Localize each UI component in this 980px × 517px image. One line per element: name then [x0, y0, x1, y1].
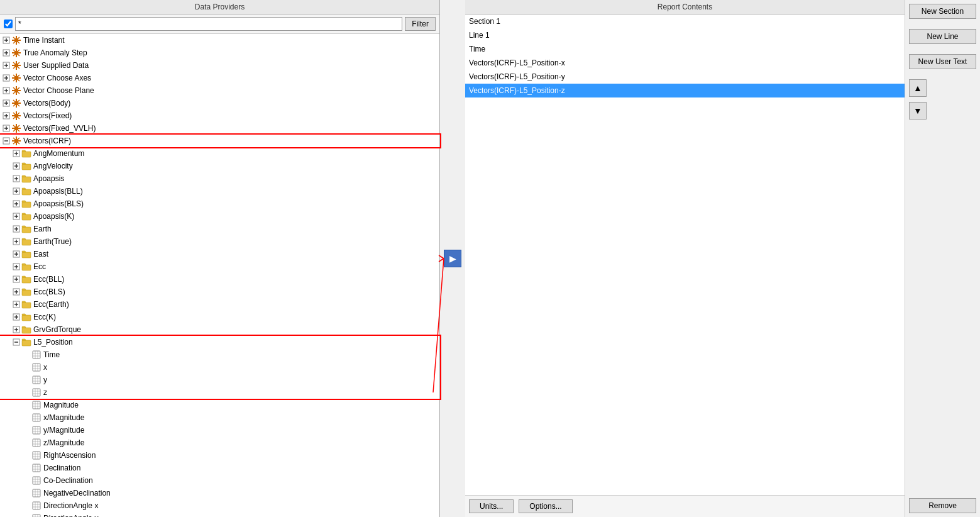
tree-item-co-declination[interactable]: Co-Declination [0, 474, 439, 487]
tree-label-vectors-body: Vectors(Body) [23, 97, 70, 109]
tree-item-east[interactable]: East [0, 248, 439, 260]
tree-item-time-instant[interactable]: Time Instant [0, 34, 439, 47]
expand-icon-vectors-icrf [3, 137, 10, 145]
tree-item-l5-position[interactable]: L5_Position [0, 336, 439, 348]
tree-item-apoapsis-bll[interactable]: Apoapsis(BLL) [0, 185, 439, 197]
tree-item-vector-choose-axes[interactable]: Vector Choose Axes [0, 72, 439, 84]
svg-line-105 [18, 138, 19, 140]
tree-item-apoapsis-bls[interactable]: Apoapsis(BLS) [0, 197, 439, 210]
tree-item-direction-angle-y[interactable]: DirectionAngle y [0, 512, 439, 517]
expand-icon-apoapsis-k [13, 213, 20, 220]
tree-item-x-magnitude[interactable]: x/Magnitude [0, 411, 439, 424]
expand-icon-angvelocity [13, 162, 20, 170]
report-item-vectors-l5-y[interactable]: Vectors(ICRF)-L5_Position-y [465, 70, 905, 84]
expand-icon-co-declination [23, 477, 30, 484]
options-button[interactable]: Options... [519, 499, 572, 513]
tree-item-user-supplied[interactable]: User Supplied Data [0, 59, 439, 72]
tree-label-declination: Declination [43, 462, 80, 474]
tree-item-earth[interactable]: Earth [0, 223, 439, 235]
tree-icon-ecc-bll [21, 274, 31, 284]
tree-item-true-anomaly[interactable]: True Anomaly Step [0, 47, 439, 59]
tree-item-vectors-fixed-vvlh[interactable]: Vectors(Fixed_VVLH) [0, 122, 439, 135]
report-item-line1[interactable]: Line 1 [465, 28, 905, 42]
units-button[interactable]: Units... [469, 499, 514, 513]
tree-item-direction-angle-x[interactable]: DirectionAngle x [0, 499, 439, 512]
svg-rect-195 [33, 414, 40, 421]
filter-input[interactable] [15, 17, 402, 31]
tree-item-apoapsis[interactable]: Apoapsis [0, 172, 439, 185]
report-item-vectors-l5-x[interactable]: Vectors(ICRF)-L5_Position-x [465, 56, 905, 70]
tree-item-grvgrdtorque[interactable]: GrvGrdTorque [0, 323, 439, 336]
tree-item-apoapsis-k[interactable]: Apoapsis(K) [0, 210, 439, 223]
tree-label-angvelocity: AngVelocity [33, 160, 73, 172]
svg-rect-154 [22, 290, 31, 296]
filter-bar: Filter [0, 14, 439, 34]
report-item-section1[interactable]: Section 1 [465, 14, 905, 28]
tree-item-l5-z[interactable]: z [0, 386, 439, 399]
tree-item-angvelocity[interactable]: AngVelocity [0, 160, 439, 172]
tree-item-ecc-earth[interactable]: Ecc(Earth) [0, 298, 439, 311]
tree-label-apoapsis-bls: Apoapsis(BLS) [33, 198, 84, 209]
tree-item-earth-true[interactable]: Earth(True) [0, 235, 439, 248]
tree-item-y-magnitude[interactable]: y/Magnitude [0, 424, 439, 436]
svg-point-51 [14, 89, 18, 92]
tree-label-ecc-earth: Ecc(Earth) [33, 299, 69, 310]
svg-line-33 [18, 67, 19, 69]
new-user-text-button[interactable]: New User Text [909, 54, 976, 69]
tree-item-l5-time[interactable]: Time [0, 348, 439, 361]
tree-label-grvgrdtorque: GrvGrdTorque [33, 324, 81, 335]
move-down-button[interactable]: ▼ [909, 102, 927, 120]
tree-item-ecc-bls[interactable]: Ecc(BLS) [0, 286, 439, 298]
svg-rect-166 [22, 328, 31, 333]
expand-icon-true-anomaly [3, 49, 10, 57]
svg-line-34 [18, 62, 19, 64]
tree-icon-grvgrdtorque [21, 325, 31, 335]
left-panel: Data Providers Filter Time InstantTrue A… [0, 0, 440, 517]
report-item-vectors-l5-z[interactable]: Vectors(ICRF)-L5_Position-z [465, 84, 905, 97]
tree-item-l5-y[interactable]: y [0, 374, 439, 386]
filter-checkbox[interactable] [4, 19, 13, 28]
new-section-button[interactable]: New Section [909, 4, 976, 19]
tree-label-vectors-fixed-vvlh: Vectors(Fixed_VVLH) [23, 123, 96, 134]
tree-item-right-ascension[interactable]: RightAscension [0, 449, 439, 462]
tree-item-vectors-body[interactable]: Vectors(Body) [0, 97, 439, 109]
svg-rect-130 [22, 214, 31, 220]
tree-item-l5-x[interactable]: x [0, 361, 439, 374]
move-up-button[interactable]: ▲ [909, 79, 927, 97]
tree-icon-east [21, 249, 31, 259]
tree-item-negative-declination[interactable]: NegativeDeclination [0, 487, 439, 499]
tree-label-earth: Earth [33, 223, 52, 235]
tree-label-l5-z: z [43, 387, 47, 398]
new-line-button[interactable]: New Line [909, 29, 976, 44]
tree-item-z-magnitude[interactable]: z/Magnitude [0, 436, 439, 449]
svg-line-80 [13, 113, 15, 114]
svg-rect-235 [33, 514, 40, 517]
tree-item-angmomentum[interactable]: AngMomentum [0, 147, 439, 160]
tree-item-vectors-icrf[interactable]: Vectors(ICRF) [0, 135, 439, 147]
tree-label-angmomentum: AngMomentum [33, 148, 84, 159]
main-container: Data Providers Filter Time InstantTrue A… [0, 0, 980, 517]
tree-label-l5-x: x [43, 362, 47, 373]
remove-button[interactable]: Remove [909, 498, 976, 513]
tree-label-true-anomaly: True Anomaly Step [23, 47, 87, 58]
tree-icon-earth [21, 224, 31, 234]
tree-item-ecc-bll[interactable]: Ecc(BLL) [0, 273, 439, 286]
tree-item-vectors-fixed[interactable]: Vectors(Fixed) [0, 109, 439, 122]
tree-label-ecc-bls: Ecc(BLS) [33, 286, 65, 297]
report-item-time[interactable]: Time [465, 42, 905, 56]
tree-item-magnitude[interactable]: Magnitude [0, 399, 439, 411]
tree-icon-l5-x [31, 362, 41, 372]
tree-label-apoapsis-bll: Apoapsis(BLL) [33, 186, 83, 197]
tree-container[interactable]: Time InstantTrue Anomaly StepUser Suppli… [0, 34, 439, 517]
svg-rect-122 [22, 189, 31, 195]
tree-label-time-instant: Time Instant [23, 35, 65, 46]
tree-item-vector-choose-plane[interactable]: Vector Choose Plane [0, 84, 439, 97]
tree-item-ecc-k[interactable]: Ecc(K) [0, 311, 439, 323]
tree-item-ecc[interactable]: Ecc [0, 260, 439, 273]
svg-rect-150 [22, 277, 31, 283]
tree-item-declination[interactable]: Declination [0, 462, 439, 474]
svg-line-103 [13, 138, 15, 140]
expand-icon-earth-true [13, 238, 20, 245]
filter-button[interactable]: Filter [405, 17, 436, 31]
add-to-report-button[interactable]: ▶ [444, 250, 461, 267]
